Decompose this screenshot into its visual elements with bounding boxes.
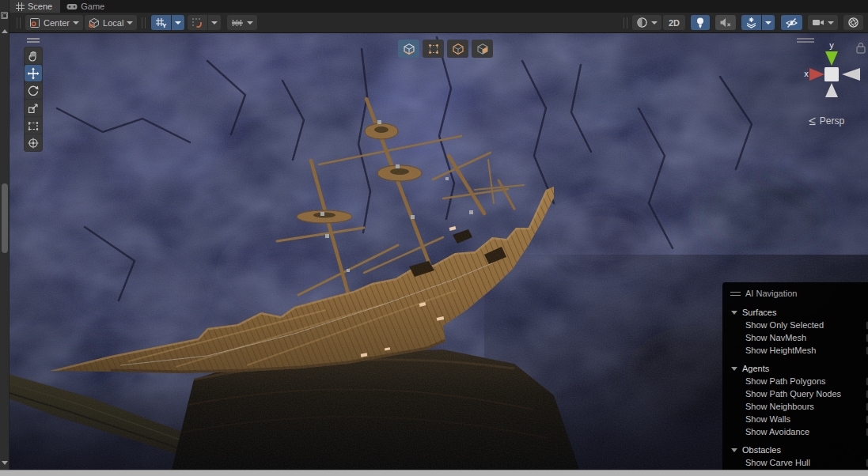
foldout-obstacles[interactable]: Obstacles xyxy=(730,443,868,456)
tab-game[interactable]: Game xyxy=(60,0,112,13)
overlay-drag-handle[interactable] xyxy=(797,39,814,42)
move-tool-button[interactable] xyxy=(25,65,42,81)
snap-to-grid-dropdown[interactable] xyxy=(208,15,221,30)
scroll-down-arrow[interactable] xyxy=(2,461,8,465)
transform-icon xyxy=(27,137,40,149)
audio-mute-toggle[interactable] xyxy=(715,15,736,30)
gizmo-center-cube[interactable] xyxy=(824,67,839,81)
scale-icon xyxy=(27,102,40,115)
foldout-agents[interactable]: Agents xyxy=(730,361,868,375)
shading-mode-dropdown[interactable] xyxy=(632,15,661,30)
speaker-muted-icon xyxy=(719,17,732,28)
transform-tool-button[interactable] xyxy=(25,134,42,151)
toggle-show-only-selected[interactable]: Show Only Selected xyxy=(730,319,868,331)
foldout-arrow-icon xyxy=(731,311,737,315)
foldout-surfaces[interactable]: Surfaces xyxy=(730,305,868,319)
tab-scene[interactable]: Scene xyxy=(9,0,60,13)
toggle-show-path-query-nodes[interactable]: Show Path Query Nodes xyxy=(730,387,868,400)
effects-toggle[interactable] xyxy=(741,15,761,30)
tab-game-label: Game xyxy=(81,2,104,11)
rect-tool-icon xyxy=(27,119,40,132)
rect-handles-icon xyxy=(427,43,440,55)
chevron-down-icon xyxy=(651,21,658,25)
gizmo-axes[interactable]: y x xyxy=(789,35,868,111)
snap-increment-dropdown[interactable] xyxy=(227,15,257,30)
toggle-label: Show HeightMesh xyxy=(745,346,816,355)
grid-y-icon: Y xyxy=(155,17,167,28)
effects-icon xyxy=(745,17,757,28)
eye-hidden-icon xyxy=(785,17,798,28)
pivot-icon xyxy=(29,17,40,28)
toggle-2d-button[interactable]: 2D xyxy=(663,15,685,30)
orientation-label: Local xyxy=(103,18,123,28)
rect-handles-button[interactable] xyxy=(423,40,444,58)
bulb-icon xyxy=(695,17,706,28)
rect-tool-button[interactable] xyxy=(25,117,42,134)
overlay-drag-handle[interactable] xyxy=(730,292,741,296)
toggle-show-navmesh[interactable]: Show NavMesh xyxy=(730,331,868,344)
toggle-label: Show Only Selected xyxy=(745,320,824,330)
snap-to-grid-button[interactable] xyxy=(188,15,207,30)
dock-window-icon[interactable] xyxy=(1,12,8,19)
axis-right-cone[interactable] xyxy=(842,68,860,81)
axis-x-cone[interactable] xyxy=(809,68,824,81)
grid-visibility-dropdown[interactable] xyxy=(172,15,184,30)
toggle-label: Show Avoidance xyxy=(745,427,809,436)
ai-navigation-title-row[interactable]: AI Navigation xyxy=(730,286,868,300)
toggle-show-heightmesh[interactable]: Show HeightMesh xyxy=(730,344,868,357)
scene-lighting-toggle[interactable] xyxy=(691,15,710,30)
toggle-label: Show Path Polygons xyxy=(745,376,826,386)
toggle-label: Show Carve Hull xyxy=(745,458,810,467)
tab-scene-label: Scene xyxy=(28,2,52,11)
scene-overlay-toolbar xyxy=(398,40,493,58)
chevron-down-icon xyxy=(211,21,218,25)
toggle-show-carve-hull[interactable]: Show Carve Hull xyxy=(730,456,868,469)
cube-face-icon xyxy=(476,43,489,55)
section-label: Obstacles xyxy=(742,445,781,455)
view-tool-button[interactable] xyxy=(25,47,42,64)
projection-toggle[interactable]: Persp xyxy=(789,115,868,127)
cube-wire-icon xyxy=(452,43,464,55)
cube-shaded-icon xyxy=(403,43,415,55)
lock-icon[interactable] xyxy=(857,43,865,53)
scale-tool-button[interactable] xyxy=(25,100,42,116)
status-bar xyxy=(0,470,868,476)
ruler-icon xyxy=(231,17,244,28)
scene-visibility-toggle[interactable] xyxy=(781,15,802,30)
cube-wire-button[interactable] xyxy=(447,40,468,58)
axis-y-label: y xyxy=(829,40,834,50)
toolbar-separator xyxy=(624,17,627,28)
axis-y-cone[interactable] xyxy=(825,51,838,66)
toggle-show-avoidance[interactable]: Show Avoidance xyxy=(730,425,868,438)
chevron-down-icon xyxy=(73,21,79,25)
move-icon xyxy=(27,67,40,80)
chevron-down-icon xyxy=(765,21,771,25)
orientation-gizmo: y x Persp xyxy=(789,35,868,127)
projection-label: Persp xyxy=(820,115,844,127)
hand-icon xyxy=(27,50,40,62)
perspective-icon xyxy=(808,117,817,126)
left-edge-strip xyxy=(0,0,9,470)
orientation-dropdown[interactable]: Local xyxy=(85,15,137,30)
rotate-tool-button[interactable] xyxy=(25,82,42,99)
2d-label: 2D xyxy=(669,18,680,28)
grid-visibility-button[interactable]: Y xyxy=(151,15,171,30)
orbit-icon xyxy=(847,17,859,28)
scene-camera-dropdown[interactable] xyxy=(808,15,838,30)
effects-dropdown[interactable] xyxy=(762,15,775,30)
scroll-up-arrow[interactable] xyxy=(2,29,8,33)
toggle-show-path-polygons[interactable]: Show Path Polygons xyxy=(730,375,868,387)
toolbar-separator xyxy=(17,17,21,28)
vertical-scrollbar-thumb[interactable] xyxy=(2,183,8,253)
cube-face-button[interactable] xyxy=(472,40,493,58)
pivot-mode-label: Center xyxy=(44,18,70,28)
axis-bottom-cone[interactable] xyxy=(825,83,838,97)
toggle-show-neighbours[interactable]: Show Neighbours xyxy=(730,400,868,413)
cube-shaded-button[interactable] xyxy=(398,40,419,58)
overlay-drag-handle[interactable] xyxy=(27,38,40,43)
scene-toolbar: Center Local Y xyxy=(9,13,868,33)
component-gizmos-button[interactable] xyxy=(843,15,863,30)
magnet-icon xyxy=(191,17,203,28)
toggle-show-walls[interactable]: Show Walls xyxy=(730,413,868,425)
pivot-mode-dropdown[interactable]: Center xyxy=(25,15,83,30)
